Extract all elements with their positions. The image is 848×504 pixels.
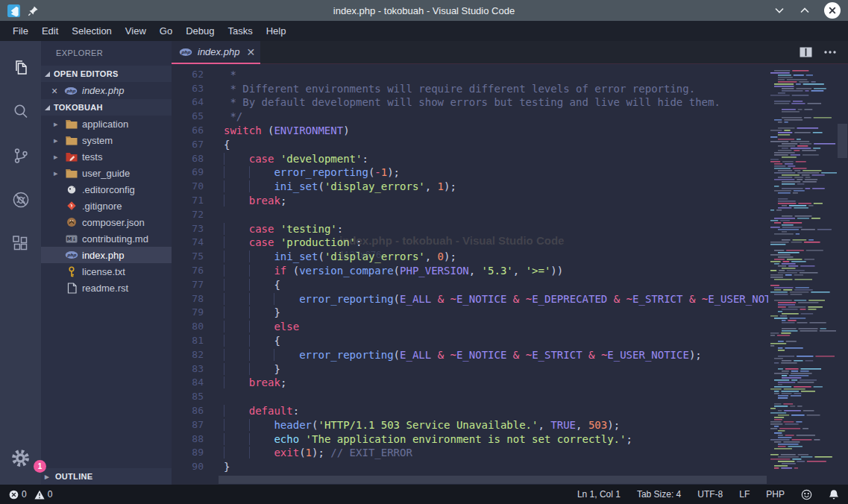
tree-item-user-guide[interactable]: ▸user_guide	[41, 165, 172, 181]
section-collapsed-icon: ▸	[45, 472, 51, 482]
tab-index-php[interactable]: php index.php ✕	[172, 41, 260, 64]
line-number: 83	[172, 362, 204, 377]
code-line-75[interactable]: 75 ini_set('display_errors', 0);	[172, 250, 768, 264]
code-line-89[interactable]: 89 exit(1); // EXIT_ERROR	[172, 446, 768, 460]
problems-errors[interactable]: 0	[9, 489, 27, 500]
code-line-62[interactable]: 62 *	[172, 68, 768, 82]
code-line-65[interactable]: 65 */	[172, 110, 768, 124]
code-line-64[interactable]: 64 * By default development will show er…	[172, 95, 768, 110]
tree-item-label: index.php	[82, 250, 124, 261]
extensions-icon[interactable]	[0, 221, 41, 265]
tree-item-contributing-md[interactable]: M↓contributing.md	[41, 230, 172, 247]
close-icon[interactable]	[824, 2, 841, 19]
code-line-87[interactable]: 87 header('HTTP/1.1 503 Service Unavaila…	[172, 418, 768, 432]
code-line-70[interactable]: 70 ini_set('display_errors', 1);	[172, 180, 768, 194]
status-php[interactable]: PHP	[766, 489, 785, 500]
code-line-66[interactable]: 66switch (ENVIRONMENT)	[172, 124, 768, 138]
open-editor-item-index-php[interactable]: × php index.php	[41, 82, 172, 99]
debug-disabled-icon[interactable]	[0, 177, 41, 221]
code-line-68[interactable]: 68 case 'development':	[172, 152, 768, 166]
code-line-85[interactable]: 85	[172, 390, 768, 404]
code-line-79[interactable]: 79 }	[172, 306, 768, 320]
tree-item-readme-rst[interactable]: readme.rst	[41, 280, 172, 296]
chevron-right-icon: ▸	[54, 119, 61, 129]
project-root-header[interactable]: TOKOBUAH	[41, 99, 172, 116]
menu-file[interactable]: File	[6, 21, 35, 41]
menu-debug[interactable]: Debug	[179, 21, 221, 41]
code-line-80[interactable]: 80 else	[172, 320, 768, 334]
code-line-81[interactable]: 81 {	[172, 334, 768, 348]
code-line-63[interactable]: 63 * Different environments will require…	[172, 82, 768, 96]
menu-view[interactable]: View	[119, 21, 153, 41]
code-line-72[interactable]: 72	[172, 208, 768, 222]
line-number: 80	[172, 320, 204, 334]
tree-item-application[interactable]: ▸application	[41, 116, 172, 132]
file-tree: ▸application▸system▸tests▸user_guide.edi…	[41, 116, 172, 296]
line-number: 72	[172, 208, 204, 222]
smiley-icon[interactable]	[801, 489, 812, 500]
code-line-88[interactable]: 88 echo 'The application environment is …	[172, 432, 768, 447]
menu-go[interactable]: Go	[153, 21, 179, 41]
php-icon: php	[65, 250, 78, 260]
split-editor-icon[interactable]	[800, 47, 812, 57]
outline-header[interactable]: ▸ OUTLINE	[41, 468, 172, 485]
more-actions-icon[interactable]	[824, 51, 836, 54]
titlebar: index.php - tokobuah - Visual Studio Cod…	[0, 0, 848, 21]
line-number: 79	[172, 306, 204, 320]
warning-icon	[34, 490, 45, 500]
menu-selection[interactable]: Selection	[65, 21, 118, 41]
open-editors-header[interactable]: OPEN EDITORS	[41, 66, 172, 82]
status-utf-8[interactable]: UTF-8	[697, 489, 723, 500]
vscode-window: index.php - tokobuah - Visual Studio Cod…	[0, 0, 848, 504]
tab-close-icon[interactable]: ✕	[246, 46, 255, 58]
tree-item-system[interactable]: ▸system	[41, 132, 172, 148]
editor-body: 61 *62 *63 * Different environments will…	[172, 64, 848, 485]
code-line-90[interactable]: 90}	[172, 460, 768, 474]
minimize-icon[interactable]	[773, 4, 785, 16]
tree-item-license-txt[interactable]: license.txt	[41, 263, 172, 280]
minimap[interactable]	[768, 64, 837, 485]
search-icon[interactable]	[0, 89, 41, 133]
tree-item-composer-json[interactable]: composer.json	[41, 214, 172, 230]
tree-item--gitignore[interactable]: .gitignore	[41, 198, 172, 214]
folder-icon	[65, 168, 78, 178]
code-line-83[interactable]: 83 }	[172, 362, 768, 377]
code-line-77[interactable]: 77 {	[172, 278, 768, 292]
code-line-71[interactable]: 71 break;	[172, 194, 768, 208]
code-area[interactable]: 61 *62 *63 * Different environments will…	[172, 64, 768, 485]
code-line-84[interactable]: 84 break;	[172, 376, 768, 390]
menu-edit[interactable]: Edit	[35, 21, 65, 41]
line-number: 70	[172, 180, 204, 194]
code-line-86[interactable]: 86 default:	[172, 404, 768, 418]
status-ln-1-col-1[interactable]: Ln 1, Col 1	[577, 489, 621, 500]
files-icon[interactable]	[0, 45, 41, 89]
code-line-82[interactable]: 82 error_reporting(E_ALL & ~E_NOTICE & ~…	[172, 348, 768, 362]
bell-icon[interactable]	[829, 489, 839, 500]
line-number: 67	[172, 138, 204, 152]
menu-help[interactable]: Help	[260, 21, 293, 41]
line-number: 82	[172, 348, 204, 362]
status-tab-size-4[interactable]: Tab Size: 4	[637, 489, 681, 500]
maximize-icon[interactable]	[799, 4, 811, 16]
folder-icon	[65, 136, 78, 145]
tree-item-tests[interactable]: ▸tests	[41, 148, 172, 165]
line-number: 90	[172, 460, 204, 474]
close-editor-icon[interactable]: ×	[51, 85, 60, 97]
problems-warnings[interactable]: 0	[34, 489, 53, 500]
code-line-74[interactable]: 74 case 'production':	[172, 236, 768, 250]
tree-item-label: tests	[82, 151, 102, 163]
source-control-icon[interactable]	[0, 133, 41, 177]
vertical-scrollbar-thumb[interactable]	[838, 124, 847, 158]
horizontal-scrollbar-thumb[interactable]	[219, 476, 767, 484]
code-line-69[interactable]: 69 error_reporting(-1);	[172, 166, 768, 180]
code-line-76[interactable]: 76 if (version_compare(PHP_VERSION, '5.3…	[172, 264, 768, 278]
pin-icon[interactable]	[28, 5, 39, 16]
code-line-78[interactable]: 78 error_reporting(E_ALL & ~E_NOTICE & ~…	[172, 292, 768, 306]
code-line-67[interactable]: 67{	[172, 138, 768, 152]
status-lf[interactable]: LF	[739, 489, 750, 500]
vertical-scrollbar[interactable]	[837, 64, 848, 485]
tree-item--editorconfig[interactable]: .editorconfig	[41, 181, 172, 198]
tree-item-index-php[interactable]: phpindex.php	[41, 247, 172, 263]
menu-tasks[interactable]: Tasks	[221, 21, 259, 41]
code-line-73[interactable]: 73 case 'testing':	[172, 222, 768, 236]
